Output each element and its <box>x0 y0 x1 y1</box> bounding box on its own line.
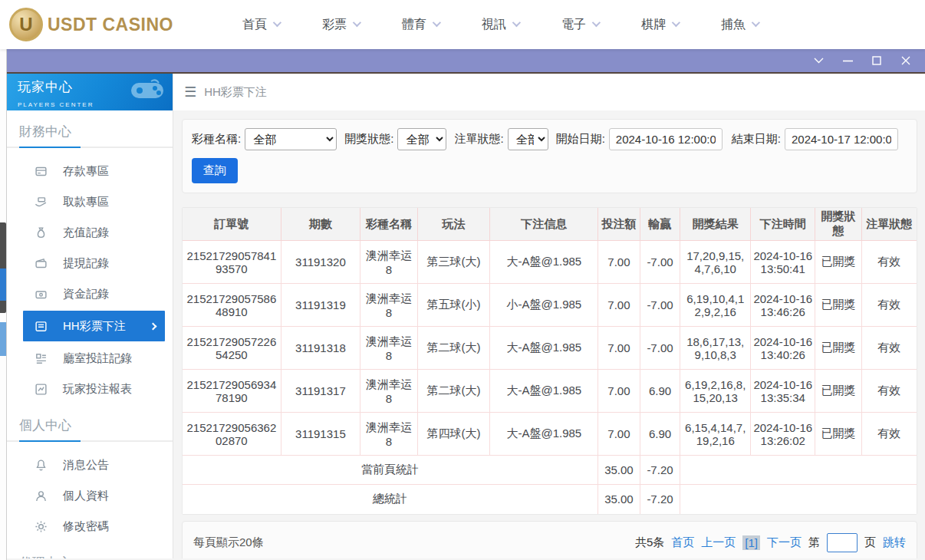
cell-bet-time: 2024-10-16 13:35:34 <box>751 370 815 413</box>
window-close-icon[interactable] <box>894 53 917 68</box>
brand-logo[interactable]: U USDT CASINO <box>9 8 173 41</box>
start-date-input[interactable] <box>609 128 723 150</box>
nav-menu-item[interactable]: 棋牌 <box>620 17 700 33</box>
window-collapse-icon[interactable] <box>807 53 830 68</box>
cell-period: 31191320 <box>281 241 360 284</box>
cut-off-icon <box>0 322 6 356</box>
section-divider <box>7 147 173 148</box>
sidebar-item-withdrawal-records[interactable]: 提現記錄 <box>7 248 173 278</box>
background-page-sliver <box>0 49 6 560</box>
lottery-name-select[interactable]: 全部 <box>245 128 337 150</box>
cell-winloss: -7.00 <box>640 327 680 370</box>
draw-status-select[interactable]: 全部 <box>397 128 446 150</box>
chevron-down-icon <box>512 18 521 26</box>
nav-menu-item[interactable]: 視訊 <box>460 17 540 33</box>
cell-bet-info: 大-A盤@1.985 <box>490 370 598 413</box>
col-lottery-name: 彩種名稱 <box>360 208 418 241</box>
cell-draw-status: 已開獎 <box>815 284 861 327</box>
nav-menu-item[interactable]: 電子 <box>540 17 620 33</box>
col-order-status: 注單狀態 <box>861 208 917 241</box>
page-size-text: 每頁顯示20條 <box>193 535 264 550</box>
player-center-window: 玩家中心 PLAYERS CENTER 財務中心 存款專區 <box>6 49 925 560</box>
grand-summary-bet-total: 35.00 <box>598 485 640 514</box>
next-page-link[interactable]: 下一页 <box>767 535 802 550</box>
filter-panel: 彩種名稱: 全部 開獎狀態: 全部 注單狀態: 全部 <box>182 119 917 193</box>
query-button[interactable]: 查詢 <box>192 158 238 183</box>
sidebar-item-recharge-records[interactable]: 充值記錄 <box>7 217 173 248</box>
hamburger-menu-icon[interactable]: ☰ <box>184 84 196 100</box>
sidebar-item-fund-records[interactable]: 資金記錄 <box>7 278 173 309</box>
window-minimize-icon[interactable] <box>836 53 859 68</box>
bets-table: 訂單號 期數 彩種名稱 玩法 下注信息 投注額 輸贏 開獎結果 下注時間 開 <box>183 208 917 514</box>
col-winloss: 輸贏 <box>640 208 680 241</box>
page-summary-bet-total: 35.00 <box>598 456 640 485</box>
cell-bet-time: 2024-10-16 13:26:02 <box>751 413 815 456</box>
sidebar-item-withdraw[interactable]: 取款專區 <box>7 186 173 217</box>
order-status-select[interactable]: 全部 <box>508 128 548 150</box>
table-row: 2152172905758648910 31191319 澳洲幸运8 第五球(小… <box>183 284 917 327</box>
sidebar-item-hh-lottery-bets[interactable]: HH彩票下注 <box>23 311 165 341</box>
cell-play-type: 第四球(大) <box>417 413 490 456</box>
cell-order-no: 2152172905636202870 <box>183 413 281 456</box>
jump-link[interactable]: 跳转 <box>883 535 906 550</box>
cell-bet-info: 大-A盤@1.985 <box>490 413 598 456</box>
section-finance: 財務中心 <box>7 118 173 148</box>
sidebar-item-deposit[interactable]: 存款專區 <box>7 156 173 186</box>
sidebar-item-profile[interactable]: 個人資料 <box>7 480 173 511</box>
page-suffix: 页 <box>864 535 876 550</box>
first-page-link[interactable]: 首页 <box>671 535 694 550</box>
cell-winloss: 6.90 <box>640 413 680 456</box>
cell-draw-status: 已開獎 <box>815 327 861 370</box>
cell-bet-amount: 7.00 <box>598 413 640 456</box>
cell-draw-result: 18,6,17,13,9,10,8,3 <box>680 327 751 370</box>
cell-play-type: 第二球(大) <box>417 370 490 413</box>
sidebar-item-announcements[interactable]: 消息公告 <box>7 450 173 480</box>
window-titlebar[interactable] <box>7 49 925 74</box>
cell-order-status: 有效 <box>861 413 917 456</box>
hand-money-icon <box>35 196 48 209</box>
end-date-input[interactable] <box>785 128 898 150</box>
sidebar-item-player-bet-report[interactable]: 玩家投注報表 <box>7 374 173 404</box>
pagination-bar: 每頁顯示20條 共5条 首页 上一页 [1] 下一页 第 页 跳转 <box>182 521 917 559</box>
bet-list-icon <box>35 320 48 333</box>
sidebar-item-room-bet-records[interactable]: 廳室投註記錄 <box>7 343 173 374</box>
order-status-label: 注單狀態: <box>454 132 503 147</box>
nav-menu-item[interactable]: 捕魚 <box>700 17 779 33</box>
cell-lottery-name: 澳洲幸运8 <box>360 413 418 456</box>
cell-bet-amount: 7.00 <box>598 284 640 327</box>
table-row: 2152172905784193570 31191320 澳洲幸运8 第三球(大… <box>183 241 917 284</box>
page-title: HH彩票下注 <box>204 85 267 100</box>
screen: U USDT CASINO 首頁 彩票 體育 <box>0 0 925 560</box>
draw-status-label: 開獎狀態: <box>344 132 393 147</box>
table-row: 2152172905636202870 31191315 澳洲幸运8 第四球(大… <box>183 413 917 456</box>
grand-summary-winloss-total: -7.20 <box>640 485 680 514</box>
window-maximize-icon[interactable] <box>865 53 888 68</box>
page-summary-winloss-total: -7.20 <box>640 456 680 485</box>
cell-bet-info: 大-A盤@1.985 <box>490 327 598 370</box>
cell-order-status: 有效 <box>861 327 917 370</box>
prev-page-link[interactable]: 上一页 <box>701 535 736 550</box>
nav-menu-item[interactable]: 體育 <box>380 17 460 33</box>
nav-menu-item[interactable]: 首頁 <box>221 17 301 33</box>
chevron-down-icon <box>273 18 281 26</box>
sidebar: 玩家中心 PLAYERS CENTER 財務中心 存款專區 <box>7 74 173 558</box>
start-date-label: 開始日期: <box>556 132 605 147</box>
cell-draw-result: 6,15,4,14,7,19,2,16 <box>680 413 751 456</box>
grand-summary-row: 總統計 35.00 -7.20 <box>183 485 917 514</box>
cell-order-status: 有效 <box>861 241 917 284</box>
money-bag-icon <box>35 226 48 239</box>
gear-icon <box>35 520 48 533</box>
cell-bet-time: 2024-10-16 13:40:26 <box>751 327 815 370</box>
report-chart-icon <box>35 383 48 396</box>
col-bet-time: 下注時間 <box>751 208 815 241</box>
cell-bet-info: 大-A盤@1.985 <box>490 241 598 284</box>
site-top-nav: U USDT CASINO 首頁 彩票 體育 <box>0 0 925 49</box>
chevron-right-icon <box>150 322 157 330</box>
nav-menu-item[interactable]: 彩票 <box>301 17 380 33</box>
cell-bet-info: 小-A盤@1.985 <box>490 284 598 327</box>
sidebar-item-change-password[interactable]: 修改密碼 <box>7 511 173 542</box>
cell-lottery-name: 澳洲幸运8 <box>360 241 418 284</box>
end-date-label: 結束日期: <box>732 132 781 147</box>
casino-logo-icon: U <box>9 8 43 41</box>
page-jump-input[interactable] <box>827 533 858 552</box>
